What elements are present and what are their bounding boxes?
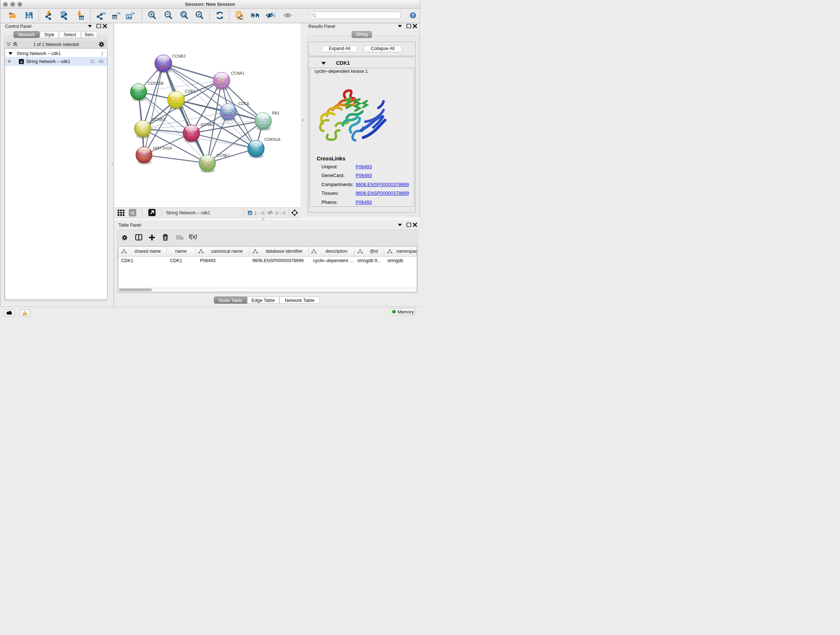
svg-text:CCNA2: CCNA2 <box>201 122 214 126</box>
svg-text:CDC6: CDC6 <box>238 101 249 105</box>
svg-text:CDC25B: CDC25B <box>148 81 164 85</box>
svg-text:CCNA1: CCNA1 <box>231 71 245 75</box>
svg-text:CDK1: CDK1 <box>185 89 195 93</box>
svg-text:RB1: RB1 <box>272 111 279 115</box>
svg-text:CCNE1: CCNE1 <box>217 153 230 157</box>
svg-text:HIST1H1A: HIST1H1A <box>153 146 172 150</box>
svg-text:CCNB1: CCNB1 <box>152 117 165 121</box>
svg-text:CDKN1A: CDKN1A <box>264 137 281 141</box>
svg-text:CCNB2: CCNB2 <box>172 54 186 58</box>
